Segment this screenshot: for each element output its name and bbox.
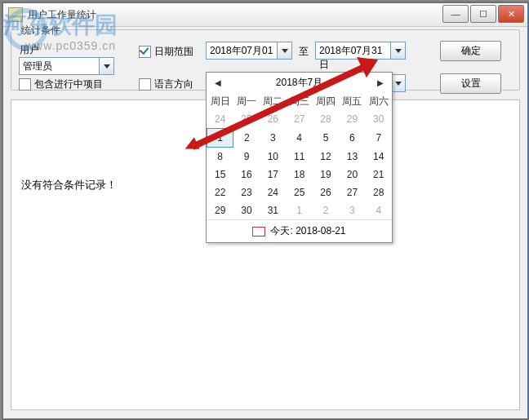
close-button[interactable]: ✕	[498, 5, 524, 23]
calendar-day-cell[interactable]: 23	[233, 183, 260, 201]
calendar-day-cell[interactable]: 3	[260, 129, 286, 148]
calendar-day-cell[interactable]: 19	[313, 166, 339, 183]
checkbox-icon	[139, 78, 151, 91]
calendar-dow-header: 周四	[313, 93, 339, 110]
user-combo[interactable]: 管理员	[19, 57, 114, 75]
calendar-day-cell[interactable]: 22	[207, 183, 233, 201]
calendar-day-cell[interactable]: 11	[287, 148, 313, 166]
checkbox-icon	[139, 46, 151, 58]
calendar-day-cell[interactable]: 29	[339, 110, 365, 129]
user-combo-value: 管理员	[20, 58, 99, 74]
calendar-day-cell[interactable]: 17	[260, 166, 286, 183]
include-ongoing-checkbox[interactable]: 包含进行中项目	[19, 77, 103, 91]
calendar-grid: 周日周一周二周三周四周五周六 2425262728293012345678910…	[207, 93, 392, 219]
calendar-day-cell[interactable]: 18	[287, 166, 313, 183]
calendar-day-cell[interactable]: 4	[366, 201, 392, 219]
calendar-day-cell[interactable]: 2	[233, 129, 260, 148]
calendar-day-cell[interactable]: 20	[339, 166, 365, 183]
date-range-checkbox[interactable]: 日期范围	[139, 45, 193, 59]
calendar-dow-header: 周日	[207, 93, 233, 110]
calendar-next-button[interactable]: ▶	[376, 77, 385, 89]
date-from-field[interactable]: 2018年07月01	[206, 42, 292, 60]
calendar-today-row[interactable]: 今天: 2018-08-21	[207, 219, 392, 242]
window-title: 用户工作量统计	[28, 8, 96, 22]
calendar-day-cell[interactable]: 27	[287, 110, 313, 129]
ok-button-label: 确定	[461, 44, 481, 58]
settings-button[interactable]: 设置	[440, 73, 501, 94]
calendar-day-cell[interactable]: 4	[287, 129, 313, 148]
date-to-value: 2018年07月31日	[316, 42, 390, 59]
calendar-dow-header: 周一	[233, 93, 260, 110]
calendar-day-cell[interactable]: 12	[313, 148, 339, 166]
chevron-down-icon[interactable]	[390, 42, 405, 59]
maximize-button[interactable]: ☐	[470, 5, 496, 23]
calendar-day-cell[interactable]: 3	[339, 201, 365, 219]
titlebar: 用户工作量统计 — ☐ ✕	[3, 3, 527, 27]
calendar-day-cell[interactable]: 25	[287, 183, 313, 201]
user-label: 用户	[20, 43, 39, 57]
calendar-day-cell[interactable]: 31	[260, 201, 286, 219]
app-icon	[8, 7, 23, 22]
calendar-today-label: 今天: 2018-08-21	[270, 224, 345, 238]
language-direction-label: 语言方向	[154, 78, 193, 90]
calendar-day-cell[interactable]: 16	[233, 166, 260, 183]
include-ongoing-label: 包含进行中项目	[34, 78, 103, 90]
calendar-day-cell[interactable]: 29	[207, 201, 233, 219]
date-range-label: 日期范围	[154, 46, 193, 57]
calendar-day-cell[interactable]: 24	[260, 183, 286, 201]
calendar-day-cell[interactable]: 28	[313, 110, 339, 129]
calendar-day-cell[interactable]: 5	[313, 129, 339, 148]
calendar-day-cell[interactable]: 28	[366, 183, 392, 201]
calendar-day-cell[interactable]: 14	[366, 148, 392, 166]
ok-button[interactable]: 确定	[440, 41, 501, 61]
calendar-day-cell[interactable]: 26	[313, 183, 339, 201]
calendar-day-cell[interactable]: 9	[233, 148, 260, 166]
to-label: 至	[299, 45, 309, 59]
checkbox-icon	[19, 78, 31, 91]
chevron-down-icon[interactable]	[277, 42, 291, 59]
calendar-day-cell[interactable]: 30	[233, 201, 260, 219]
calendar-day-cell[interactable]: 2	[313, 201, 339, 219]
settings-button-label: 设置	[461, 77, 481, 91]
calendar-day-cell[interactable]: 30	[366, 110, 392, 129]
today-marker-icon	[252, 227, 265, 237]
app-window: 用户工作量统计 — ☐ ✕ 河东软件园 www.pc0359.cn 统计条件 用…	[2, 2, 528, 419]
calendar-day-cell[interactable]: 8	[207, 148, 233, 166]
calendar-day-cell[interactable]: 10	[260, 148, 286, 166]
calendar-day-cell[interactable]: 21	[366, 166, 392, 183]
groupbox-legend: 统计条件	[18, 24, 64, 38]
chevron-down-icon[interactable]	[99, 58, 113, 74]
calendar-prev-button[interactable]: ◀	[213, 77, 223, 89]
calendar-day-cell[interactable]: 1	[287, 201, 313, 219]
date-from-value: 2018年07月01	[207, 42, 277, 59]
calendar-day-cell[interactable]: 13	[339, 148, 365, 166]
calendar-day-cell[interactable]: 6	[339, 129, 365, 148]
calendar-dow-header: 周六	[366, 93, 392, 110]
minimize-button[interactable]: —	[442, 5, 469, 23]
calendar-dow-header: 周五	[339, 93, 365, 110]
calendar-day-cell[interactable]: 7	[366, 129, 392, 148]
calendar-day-cell[interactable]: 15	[207, 166, 233, 183]
calendar-day-cell[interactable]: 27	[339, 183, 365, 201]
language-direction-checkbox[interactable]: 语言方向	[139, 77, 193, 91]
